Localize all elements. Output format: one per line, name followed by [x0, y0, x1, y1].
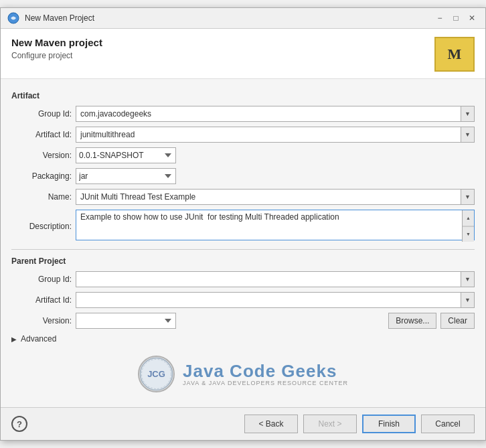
close-button[interactable]: ✕ [465, 12, 479, 24]
help-button[interactable]: ? [11, 416, 27, 432]
parent-version-row: Version: Browse... Clear [11, 313, 475, 329]
parent-artifact-id-arrow[interactable]: ▼ [461, 293, 474, 307]
artifact-id-input[interactable] [76, 127, 475, 143]
artifact-id-row: Artifact Id: ▼ [11, 127, 475, 143]
name-dropdown-arrow[interactable]: ▼ [461, 190, 474, 204]
minimize-button[interactable]: − [433, 12, 447, 24]
artifact-section-label: Artifact [11, 91, 475, 100]
dialog-footer: ? < Back Next > Finish Cancel [1, 407, 485, 440]
description-row: Description: Example to show how to use … [11, 210, 475, 242]
description-spinner: ▲ ▼ [462, 210, 474, 242]
advanced-arrow-icon: ▶ [11, 335, 17, 343]
description-spinner-up[interactable]: ▲ [463, 210, 474, 226]
parent-group-id-combo: ▼ [76, 271, 475, 287]
group-id-label: Group Id: [11, 109, 72, 119]
artifact-id-combo: ▼ [76, 127, 475, 143]
jcg-text-area: Java Code Geeks Java & Java Developers R… [183, 362, 348, 386]
parent-group-id-row: Group Id: ▼ [11, 271, 475, 287]
packaging-label: Packaging: [11, 171, 72, 181]
artifact-id-label: Artifact Id: [11, 130, 72, 139]
browse-button[interactable]: Browse... [388, 313, 436, 329]
dialog-title: New Maven project [11, 37, 102, 48]
packaging-select[interactable]: jar war pom ear [76, 168, 176, 184]
parent-group-id-arrow[interactable]: ▼ [461, 272, 474, 287]
maximize-button[interactable]: □ [449, 12, 463, 24]
group-id-combo: ▼ [76, 106, 475, 122]
packaging-row: Packaging: jar war pom ear [11, 168, 475, 184]
parent-artifact-id-combo: ▼ [76, 292, 475, 308]
jcg-logo-area: JCG Java Code Geeks Java & Java Develope… [11, 350, 475, 398]
name-combo: ▼ [76, 189, 475, 205]
dialog-subtitle: Configure project [11, 51, 102, 60]
group-id-dropdown-arrow[interactable]: ▼ [461, 106, 474, 121]
parent-version-select[interactable] [76, 313, 176, 329]
jcg-subtitle: Java & Java Developers Resource Center [183, 380, 348, 386]
parent-version-label: Version: [11, 316, 72, 325]
description-spinner-down[interactable]: ▼ [463, 226, 474, 242]
dialog-body: Artifact Group Id: ▼ Artifact Id: ▼ Vers… [1, 79, 485, 407]
parent-artifact-id-input[interactable] [76, 292, 475, 308]
name-label: Name: [11, 192, 72, 202]
parent-group-id-label: Group Id: [11, 275, 72, 284]
parent-artifact-id-label: Artifact Id: [11, 295, 72, 305]
jcg-circle-logo: JCG [138, 356, 175, 392]
description-wrapper: Example to show how to use JUnit for tes… [76, 210, 475, 242]
jcg-title: Java Code Geeks [183, 362, 348, 380]
group-id-input[interactable] [76, 106, 475, 122]
name-input[interactable] [76, 189, 475, 205]
artifact-id-dropdown-arrow[interactable]: ▼ [461, 127, 474, 142]
description-input[interactable]: Example to show how to use JUnit for tes… [76, 210, 475, 240]
maven-logo: M [434, 37, 475, 72]
parent-project-label: Parent Project [11, 256, 475, 266]
dialog-header: New Maven project Configure project M [1, 29, 485, 79]
clear-button[interactable]: Clear [440, 313, 475, 329]
description-label: Description: [11, 222, 72, 231]
dialog-header-left: New Maven project Configure project [11, 37, 102, 60]
divider-1 [11, 249, 475, 250]
advanced-section[interactable]: ▶ Advanced [11, 334, 475, 344]
svg-text:JCG: JCG [147, 369, 165, 379]
advanced-label: Advanced [21, 334, 56, 344]
maven-icon [7, 12, 19, 24]
version-row: Version: 0.0.1-SNAPSHOT [11, 147, 475, 163]
title-bar-text: New Maven Project [25, 13, 428, 23]
parent-group-id-input[interactable] [76, 271, 475, 287]
dialog-window: New Maven Project − □ ✕ New Maven projec… [0, 7, 486, 441]
cancel-button[interactable]: Cancel [421, 415, 475, 433]
window-controls: − □ ✕ [433, 12, 479, 24]
parent-artifact-id-row: Artifact Id: ▼ [11, 292, 475, 308]
version-select[interactable]: 0.0.1-SNAPSHOT [76, 147, 176, 163]
next-button[interactable]: Next > [303, 415, 357, 433]
title-bar: New Maven Project − □ ✕ [1, 8, 485, 29]
finish-button[interactable]: Finish [362, 415, 416, 433]
name-row: Name: ▼ [11, 189, 475, 205]
version-label: Version: [11, 151, 72, 160]
group-id-row: Group Id: ▼ [11, 106, 475, 122]
back-button[interactable]: < Back [244, 415, 298, 433]
